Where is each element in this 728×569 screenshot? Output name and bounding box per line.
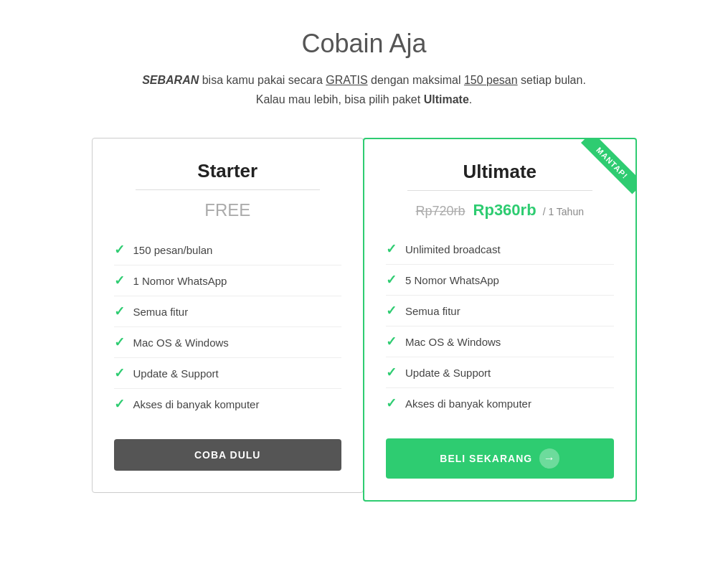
- price-period: / 1 Tahun: [543, 206, 584, 217]
- beli-sekarang-button[interactable]: BELI SEKARANG →: [386, 438, 614, 479]
- ultimate-feature-1: ✓ Unlimited broadcast: [386, 234, 614, 265]
- ultimate-feature-4: ✓ Mac OS & Windows: [386, 326, 614, 357]
- starter-feature-5: ✓ Update & Support: [114, 358, 342, 389]
- ultimate-feature-5-text: Update & Support: [405, 367, 491, 379]
- starter-feature-4-text: Mac OS & Windows: [133, 337, 229, 349]
- ult-check-icon-1: ✓: [386, 241, 397, 257]
- starter-feature-5-text: Update & Support: [133, 367, 219, 380]
- subtitle-line2-pre: Kalau mau lebih, bisa pilih paket: [256, 93, 424, 105]
- price-original: Rp720rb: [416, 204, 465, 218]
- subtitle: SEBARAN bisa kamu pakai secara GRATIS de…: [142, 70, 586, 109]
- ultimate-feature-5: ✓ Update & Support: [386, 357, 614, 388]
- beli-sekarang-label: BELI SEKARANG: [440, 453, 532, 464]
- check-icon-1: ✓: [114, 242, 125, 258]
- starter-feature-1-text: 150 pesan/bulan: [133, 244, 213, 256]
- ultimate-feature-1-text: Unlimited broadcast: [405, 243, 501, 255]
- ult-check-icon-5: ✓: [386, 365, 397, 380]
- page-title: Cobain Aja: [301, 29, 426, 59]
- ultimate-feature-6-text: Akses di banyak komputer: [405, 398, 531, 410]
- starter-features-list: ✓ 150 pesan/bulan ✓ 1 Nomor WhatsApp ✓ S…: [114, 235, 342, 419]
- starter-divider: [136, 189, 321, 190]
- ultimate-label: Ultimate: [424, 93, 469, 105]
- starter-feature-6-text: Akses di banyak komputer: [133, 398, 260, 410]
- ult-check-icon-2: ✓: [386, 272, 397, 288]
- starter-plan-name: Starter: [114, 160, 342, 182]
- ultimate-feature-2-text: 5 Nomor WhatsApp: [405, 274, 499, 286]
- subtitle-part3: setiap bulan.: [518, 74, 586, 86]
- ribbon: MANTAP!: [571, 139, 635, 204]
- arrow-icon: →: [539, 448, 559, 469]
- ultimate-feature-4-text: Mac OS & Windows: [405, 336, 501, 348]
- subtitle-part1: bisa kamu pakai secara: [199, 74, 326, 86]
- ultimate-feature-3: ✓ Semua fitur: [386, 296, 614, 326]
- ribbon-text: MANTAP!: [581, 139, 635, 194]
- coba-dulu-button[interactable]: COBA DULU: [114, 439, 342, 471]
- price-discount: Rp360rb: [473, 201, 536, 219]
- ultimate-feature-2: ✓ 5 Nomor WhatsApp: [386, 265, 614, 296]
- check-icon-6: ✓: [114, 396, 125, 412]
- gratis-label: GRATIS: [326, 74, 367, 86]
- check-icon-3: ✓: [114, 304, 125, 319]
- ultimate-card: MANTAP! Ultimate Rp720rb Rp360rb / 1 Tah…: [363, 138, 637, 502]
- starter-card: Starter FREE ✓ 150 pesan/bulan ✓ 1 Nomor…: [92, 138, 364, 493]
- starter-feature-3-text: Semua fitur: [133, 306, 189, 318]
- ult-check-icon-3: ✓: [386, 303, 397, 319]
- subtitle-part2: dengan maksimal: [368, 74, 464, 86]
- plans-container: Starter FREE ✓ 150 pesan/bulan ✓ 1 Nomor…: [92, 138, 637, 502]
- subtitle-line2-post: .: [469, 93, 472, 105]
- starter-feature-6: ✓ Akses di banyak komputer: [114, 389, 342, 419]
- starter-price: FREE: [114, 200, 342, 220]
- brand-name: SEBARAN: [142, 74, 199, 86]
- ult-check-icon-6: ✓: [386, 395, 397, 411]
- ult-check-icon-4: ✓: [386, 334, 397, 349]
- starter-feature-2: ✓ 1 Nomor WhatsApp: [114, 265, 342, 296]
- check-icon-2: ✓: [114, 273, 125, 288]
- messages-label: 150 pesan: [464, 74, 518, 86]
- ultimate-feature-3-text: Semua fitur: [405, 305, 460, 317]
- starter-feature-1: ✓ 150 pesan/bulan: [114, 235, 342, 265]
- starter-feature-3: ✓ Semua fitur: [114, 296, 342, 327]
- ultimate-features-list: ✓ Unlimited broadcast ✓ 5 Nomor WhatsApp…: [386, 234, 614, 418]
- starter-feature-4: ✓ Mac OS & Windows: [114, 327, 342, 358]
- check-icon-5: ✓: [114, 365, 125, 381]
- starter-feature-2-text: 1 Nomor WhatsApp: [133, 275, 227, 287]
- ultimate-feature-6: ✓ Akses di banyak komputer: [386, 388, 614, 418]
- check-icon-4: ✓: [114, 334, 125, 350]
- ultimate-divider: [407, 190, 592, 191]
